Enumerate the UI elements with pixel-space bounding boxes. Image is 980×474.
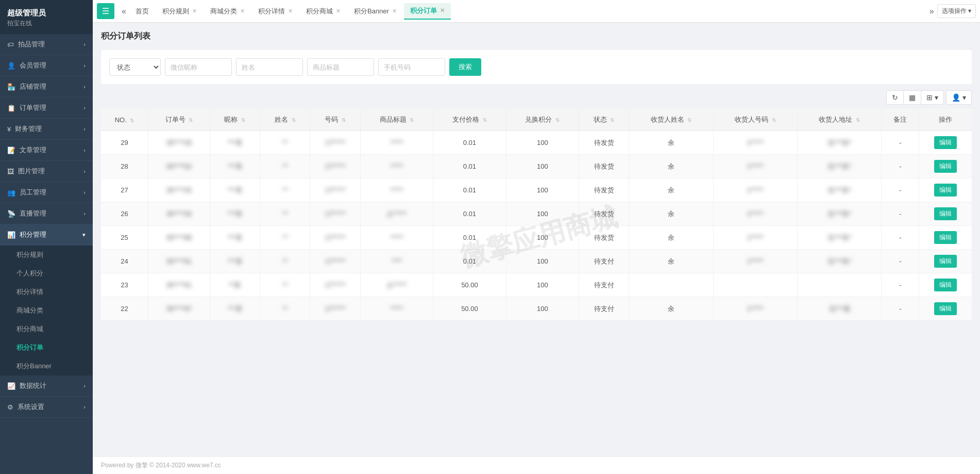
table-cell: 编辑 — [919, 297, 972, 321]
name-input[interactable] — [236, 58, 303, 76]
edit-button[interactable]: 编辑 — [934, 231, 957, 244]
sort-icon[interactable]: ⇅ — [772, 117, 776, 123]
phone: 17***** — [325, 234, 346, 241]
tab-close-points-detail[interactable]: ✕ — [288, 8, 293, 14]
col-兑换积分: 兑换积分 ⇅ — [506, 109, 579, 131]
edit-button[interactable]: 编辑 — [934, 184, 957, 197]
tab-points-rule[interactable]: 积分规则✕ — [156, 4, 203, 19]
edit-button[interactable]: 编辑 — [934, 207, 957, 220]
menu-toggle-button[interactable]: ☰ — [97, 3, 114, 19]
sidebar-subitem-points-mall[interactable]: 积分商城 — [0, 320, 93, 338]
sidebar-subitem-points-detail[interactable]: 积分详情 — [0, 283, 93, 301]
edit-button[interactable]: 编辑 — [934, 255, 957, 268]
search-button[interactable]: 搜索 — [449, 58, 481, 76]
sort-icon[interactable]: ⇅ — [856, 117, 860, 123]
sidebar-subitem-points-rule[interactable]: 积分规则 — [0, 246, 93, 264]
sidebar-item-auction[interactable]: 🏷拍品管理› — [0, 34, 93, 55]
sidebar-subitem-personal-points[interactable]: 个人积分 — [0, 264, 93, 283]
table-cell: 编辑 — [919, 202, 972, 226]
sidebar-icon-shop: 🏪 — [7, 83, 15, 91]
edit-button[interactable]: 编辑 — [934, 279, 957, 291]
status-select[interactable]: 状态 全部 待发货 待支付 已完成 已取消 — [109, 58, 161, 76]
tab-label-home: 首页 — [136, 7, 149, 16]
sidebar-item-member[interactable]: 👤会员管理› — [0, 55, 93, 76]
refresh-button[interactable]: ↻ — [887, 91, 904, 104]
tab-label-points-banner: 积分Banner — [354, 7, 389, 16]
orders-table: NO. ⇅订单号 ⇅昵称 ⇅姓名 ⇅号码 ⇅商品标题 ⇅支付价格 ⇅兑换积分 ⇅… — [101, 109, 972, 321]
sidebar-item-staff[interactable]: 👥员工管理› — [0, 182, 93, 203]
sort-icon[interactable]: ⇅ — [687, 117, 691, 123]
sort-icon[interactable]: ⇅ — [292, 117, 296, 123]
tabs-prev-button[interactable]: « — [119, 5, 129, 18]
tabs-next-button[interactable]: » — [926, 5, 937, 18]
person-action-button[interactable]: 👤 ▾ — [946, 90, 972, 105]
receiver-phone: 1***** — [747, 186, 764, 194]
tab-close-points-mall[interactable]: ✕ — [336, 8, 341, 14]
sort-icon[interactable]: ⇅ — [610, 117, 614, 123]
table-cell: 17***** — [310, 250, 360, 273]
tab-close-points-rule[interactable]: ✕ — [192, 8, 197, 14]
sidebar-item-data[interactable]: 📈数据统计› — [0, 375, 93, 397]
table-cell: ***亲 — [210, 226, 260, 250]
tab-points-detail[interactable]: 积分详情✕ — [252, 4, 299, 19]
table-view-button[interactable]: ▦ — [904, 91, 921, 104]
name: ** — [282, 234, 288, 241]
sidebar-subitem-points-banner[interactable]: 积分Banner — [0, 357, 93, 375]
table-cell: 1***** — [713, 155, 797, 178]
sort-icon[interactable]: ⇅ — [130, 118, 134, 123]
sort-icon[interactable]: ⇅ — [342, 117, 346, 123]
sidebar-label-order: 订单管理 — [20, 103, 46, 112]
edit-button[interactable]: 编辑 — [934, 136, 957, 149]
table-cell: - — [882, 131, 919, 155]
sidebar-item-shop[interactable]: 🏪店铺管理› — [0, 76, 93, 97]
sidebar-item-image[interactable]: 🖼图片管理› — [0, 161, 93, 182]
product-input[interactable] — [307, 58, 374, 76]
tab-close-mall-category[interactable]: ✕ — [240, 8, 245, 14]
sidebar-item-points[interactable]: 📊积分管理▾ — [0, 224, 93, 246]
sort-icon[interactable]: ⇅ — [555, 117, 560, 123]
table-cell: 1***** — [713, 131, 797, 155]
sort-icon[interactable]: ⇅ — [410, 117, 414, 123]
name: ** — [282, 162, 288, 170]
columns-button[interactable]: ⊞ ▾ — [921, 91, 943, 104]
tab-points-mall[interactable]: 积分商城✕ — [300, 4, 347, 19]
tab-home[interactable]: 首页 — [129, 4, 155, 19]
tab-points-banner[interactable]: 积分Banner✕ — [348, 4, 403, 19]
phone-input[interactable] — [378, 58, 445, 76]
wechat-input[interactable] — [165, 58, 232, 76]
toolbar-button-group: ↻ ▦ ⊞ ▾ — [886, 90, 944, 105]
sidebar-subitem-points-order[interactable]: 积分订单 — [0, 338, 93, 357]
tab-mall-category[interactable]: 商城分类✕ — [204, 4, 251, 19]
table-cell: 100 — [506, 131, 579, 155]
sidebar-item-system[interactable]: ⚙系统设置› — [0, 397, 93, 418]
edit-button[interactable]: 编辑 — [934, 160, 957, 173]
tab-close-points-order[interactable]: ✕ — [440, 7, 445, 14]
edit-button[interactable]: 编辑 — [934, 302, 957, 315]
table-cell: ***亲 — [210, 250, 260, 273]
tab-label-points-rule: 积分规则 — [162, 7, 189, 16]
sidebar-item-live[interactable]: 📡直播管理› — [0, 203, 93, 224]
sidebar-item-finance[interactable]: ¥财务管理› — [0, 119, 93, 140]
table-cell: 余 — [629, 226, 713, 250]
col-姓名: 姓名 ⇅ — [260, 109, 310, 131]
table-cell: - — [882, 178, 919, 202]
options-button[interactable]: 选项操作 ▾ — [937, 4, 976, 18]
sidebar-item-article[interactable]: 📝文章管理› — [0, 140, 93, 161]
tab-points-order[interactable]: 积分订单✕ — [404, 3, 451, 20]
product: ***** — [390, 139, 403, 146]
table-cell: 26 — [101, 202, 148, 226]
sort-icon[interactable]: ⇅ — [483, 117, 487, 123]
name: ** — [282, 139, 288, 146]
table-cell: 100 — [506, 226, 579, 250]
tab-close-points-banner[interactable]: ✕ — [392, 8, 397, 14]
sidebar-item-order[interactable]: 📋订单管理› — [0, 97, 93, 119]
tab-label-points-mall: 积分商城 — [306, 7, 333, 16]
sort-icon[interactable]: ⇅ — [189, 117, 193, 123]
nickname: **亲 — [229, 281, 241, 290]
remark: - — [899, 234, 901, 241]
table-cell: 0.01 — [433, 250, 506, 273]
sort-icon[interactable]: ⇅ — [241, 117, 245, 123]
receiver-address: 北***东* — [827, 233, 851, 242]
sidebar-subitem-mall-category[interactable]: 商城分类 — [0, 301, 93, 320]
table-cell: 100 — [506, 178, 579, 202]
